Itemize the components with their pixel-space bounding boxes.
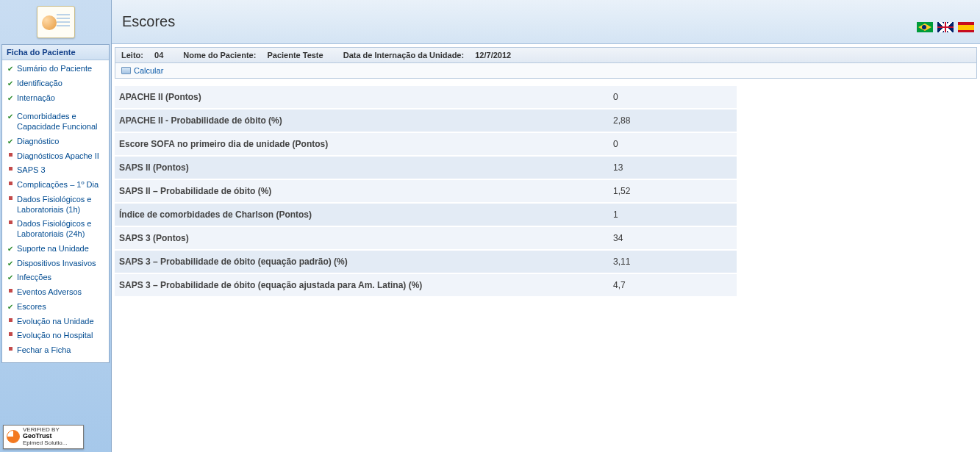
bullet-square-icon	[7, 318, 14, 322]
score-row: Escore SOFA no primeiro dia de unidade (…	[115, 132, 737, 155]
score-row: SAPS II (Pontos)13	[115, 155, 737, 179]
sidebar-item-label: Dados Fisiológicos e Laboratoriais (24h)	[17, 219, 104, 240]
check-icon: ✔	[7, 80, 14, 87]
sidebar-item[interactable]: ✔Escores	[5, 300, 106, 315]
score-label: SAPS II – Probabilidade de óbito (%)	[115, 180, 609, 202]
calculator-icon	[121, 67, 131, 74]
trustmark-verified: VERIFIED BY	[23, 426, 60, 433]
sidebar: Ficha do Paciente ✔Sumário do Paciente✔I…	[0, 0, 112, 452]
sidebar-item[interactable]: Fechar a Ficha	[5, 343, 106, 358]
bullet-square-icon	[7, 167, 14, 171]
sidebar-item-label: Comorbidades e Capacidade Funcional	[17, 112, 104, 132]
score-label: SAPS 3 (Pontos)	[115, 227, 609, 249]
patient-name-label: Nome do Paciente:	[183, 51, 256, 60]
language-flags	[917, 22, 974, 32]
trustmark-icon	[7, 430, 20, 443]
sidebar-item-label: Evolução na Unidade	[17, 317, 94, 327]
sidebar-item[interactable]: Dados Fisiológicos e Laboratoriais (24h)	[5, 217, 106, 242]
score-value: 34	[609, 227, 737, 249]
sidebar-item[interactable]: Complicações – 1º Dia	[5, 178, 106, 193]
score-value: 0	[609, 86, 737, 108]
score-value: 1	[609, 204, 737, 226]
admit-date-label: Data de Internação da Unidade:	[343, 51, 464, 60]
score-row: SAPS II – Probabilidade de óbito (%)1,52	[115, 179, 737, 202]
check-icon: ✔	[7, 304, 14, 311]
sidebar-item[interactable]: ✔Sumário do Paciente	[5, 62, 106, 76]
calculate-button[interactable]: Calcular	[121, 66, 163, 75]
sidebar-item-label: Diagnósticos Apache II	[17, 151, 99, 162]
check-icon: ✔	[7, 245, 14, 253]
main-content: Escores Leito: 04 Nome do Paciente: Paci…	[112, 0, 980, 452]
sidebar-item[interactable]: ✔Identificação	[5, 76, 106, 91]
score-value: 4,7	[609, 274, 737, 296]
sidebar-item[interactable]: Evolução na Unidade	[5, 315, 106, 329]
sidebar-item[interactable]: ✔Comorbidades e Capacidade Funcional	[5, 110, 106, 134]
sidebar-item-label: Internação	[17, 93, 55, 104]
score-row: SAPS 3 – Probabilidade de óbito (equação…	[115, 273, 737, 296]
score-label: APACHE II - Probabilidade de óbito (%)	[115, 110, 609, 132]
bullet-square-icon	[7, 196, 14, 200]
sidebar-item-label: Escores	[17, 302, 46, 312]
sidebar-item-label: Fechar a Ficha	[17, 345, 71, 356]
bullet-square-icon	[7, 347, 14, 351]
check-icon: ✔	[7, 260, 14, 268]
check-icon: ✔	[7, 113, 14, 121]
sidebar-item-label: Identificação	[17, 79, 62, 89]
score-value: 1,52	[609, 180, 737, 202]
sidebar-item-label: Sumário do Paciente	[17, 64, 92, 74]
sidebar-logo-area	[0, 0, 111, 44]
action-bar: Calcular	[115, 63, 977, 79]
topbar: Escores	[112, 0, 980, 44]
page-title: Escores	[122, 13, 175, 30]
flag-uk-icon[interactable]	[937, 22, 954, 32]
flag-brazil-icon[interactable]	[917, 22, 933, 32]
score-row: SAPS 3 – Probabilidade de óbito (equação…	[115, 249, 737, 273]
score-row: Índice de comorbidades de Charlson (Pont…	[115, 202, 737, 226]
sidebar-item-label: Dispositivos Invasivos	[17, 259, 96, 269]
check-icon: ✔	[7, 95, 14, 102]
sidebar-item[interactable]: ✔Internação	[5, 91, 106, 106]
check-icon: ✔	[7, 65, 14, 73]
score-label: Escore SOFA no primeiro dia de unidade (…	[115, 133, 609, 155]
score-value: 0	[609, 133, 737, 155]
sidebar-item[interactable]: Dados Fisiológicos e Laboratoriais (1h)	[5, 193, 106, 218]
sidebar-item[interactable]: ✔Dispositivos Invasivos	[5, 257, 106, 271]
trustmark-badge[interactable]: VERIFIED BY GeoTrust Epimed Solutio...	[3, 425, 84, 449]
score-row: SAPS 3 (Pontos)34	[115, 226, 737, 249]
check-icon: ✔	[7, 274, 14, 281]
sidebar-item[interactable]: ✔Diagnóstico	[5, 134, 106, 149]
sidebar-item[interactable]: Eventos Adversos	[5, 285, 106, 300]
score-label: SAPS 3 – Probabilidade de óbito (equação…	[115, 274, 609, 296]
score-value: 2,88	[609, 110, 737, 132]
sidebar-item-label: Eventos Adversos	[17, 287, 82, 298]
patient-name-value: Paciente Teste	[267, 51, 323, 60]
sidebar-item[interactable]: Diagnósticos Apache II	[5, 149, 106, 164]
score-label: SAPS II (Pontos)	[115, 157, 609, 179]
patient-info-bar: Leito: 04 Nome do Paciente: Paciente Tes…	[115, 47, 977, 63]
bed-value: 04	[154, 51, 163, 60]
score-label: SAPS 3 – Probabilidade de óbito (equação…	[115, 251, 609, 273]
sidebar-item-label: Diagnóstico	[17, 137, 59, 147]
sidebar-item[interactable]: SAPS 3	[5, 163, 106, 178]
sidebar-item-label: Complicações – 1º Dia	[17, 180, 99, 190]
sidebar-item-label: SAPS 3	[17, 165, 46, 176]
flag-spain-icon[interactable]	[958, 22, 974, 32]
sidebar-item-label: Evolução no Hospital	[17, 331, 93, 341]
admit-date-value: 12/7/2012	[475, 51, 511, 60]
sidebar-panel: Ficha do Paciente ✔Sumário do Paciente✔I…	[1, 44, 110, 363]
score-row: APACHE II (Pontos)0	[115, 85, 737, 108]
sidebar-item[interactable]: ✔Infecções	[5, 270, 106, 285]
score-row: APACHE II - Probabilidade de óbito (%)2,…	[115, 108, 737, 132]
scores-table: APACHE II (Pontos)0APACHE II - Probabili…	[115, 85, 737, 296]
sidebar-item[interactable]: Evolução no Hospital	[5, 329, 106, 343]
bullet-square-icon	[7, 289, 14, 293]
score-value: 3,11	[609, 251, 737, 273]
bed-label: Leito:	[121, 51, 143, 60]
sidebar-item[interactable]: ✔Suporte na Unidade	[5, 242, 106, 257]
score-label: APACHE II (Pontos)	[115, 86, 609, 108]
patient-card-icon	[37, 6, 75, 38]
sidebar-item-label: Infecções	[17, 273, 51, 283]
trustmark-sub: Epimed Solutio...	[23, 440, 67, 446]
sidebar-item-label: Dados Fisiológicos e Laboratoriais (1h)	[17, 195, 104, 215]
bullet-square-icon	[7, 332, 14, 336]
